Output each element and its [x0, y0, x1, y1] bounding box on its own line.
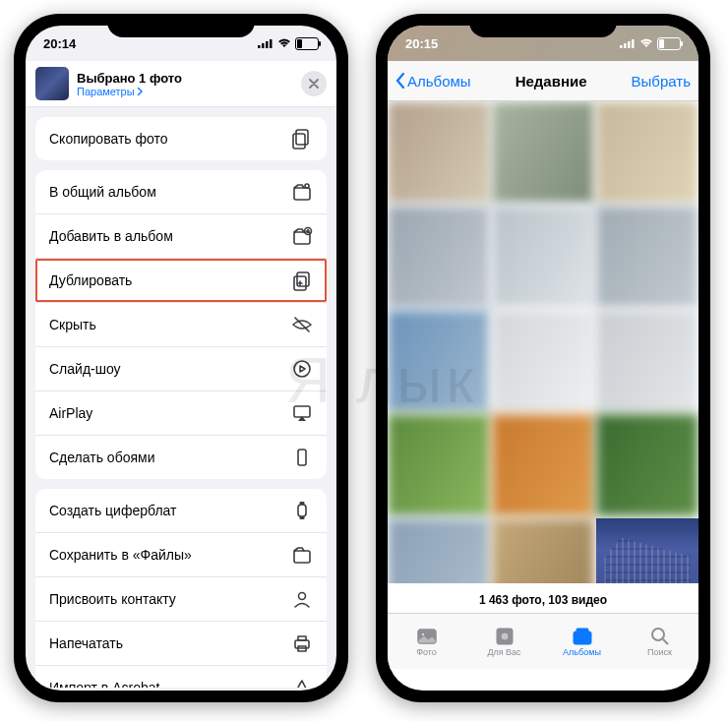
back-button[interactable]: Альбомы	[395, 73, 471, 90]
photo-thumbnail[interactable]	[388, 101, 490, 204]
action-copy-photo[interactable]: Скопировать фото	[35, 117, 327, 160]
action-files[interactable]: Сохранить в «Файлы»	[35, 533, 327, 577]
options-button[interactable]: Параметры	[77, 86, 182, 97]
tab-label: Для Вас	[487, 647, 520, 657]
photo-thumbnail[interactable]	[492, 101, 594, 204]
svg-rect-17	[300, 516, 305, 519]
photo-thumbnail[interactable]	[596, 206, 698, 308]
action-label: Слайд-шоу	[49, 361, 121, 377]
action-wallpaper[interactable]: Сделать обоями	[35, 436, 327, 479]
tab-foryou[interactable]: Для Вас	[465, 614, 543, 669]
action-print[interactable]: Напечатать	[35, 622, 327, 666]
photo-thumbnail[interactable]	[388, 206, 490, 308]
action-label: Напечатать	[49, 635, 123, 651]
shared-album-icon	[291, 181, 313, 203]
svg-point-32	[501, 632, 509, 640]
clock: 20:14	[43, 36, 76, 51]
tab-search[interactable]: Поиск	[621, 614, 698, 669]
page-title: Недавние	[516, 73, 587, 90]
action-label: Сохранить в «Файлы»	[49, 547, 192, 563]
photo-thumbnail[interactable]	[388, 414, 490, 516]
share-header: Выбрано 1 фото Параметры	[26, 61, 336, 107]
slideshow-icon	[291, 358, 313, 380]
action-add-album[interactable]: Добавить в альбом	[35, 214, 327, 259]
svg-rect-6	[294, 188, 310, 200]
share-sheet-screen: 20:14 Выбрано 1 фото Параметры	[26, 26, 336, 691]
action-group: Создать циферблатСохранить в «Файлы»Прис…	[35, 489, 327, 688]
action-slideshow[interactable]: Слайд-шоу	[35, 347, 327, 391]
svg-point-19	[299, 593, 306, 600]
notch	[107, 14, 255, 37]
iphone-frame-left: 20:14 Выбрано 1 фото Параметры	[14, 14, 348, 702]
svg-rect-1	[262, 43, 265, 48]
action-hide[interactable]: Скрыть	[35, 303, 327, 347]
svg-rect-21	[298, 636, 306, 640]
photo-thumbnail-duplicate[interactable]	[596, 518, 698, 583]
tab-label: Фото	[416, 647, 437, 657]
svg-rect-18	[294, 551, 310, 563]
wifi-icon	[277, 38, 291, 48]
photo-thumbnail[interactable]	[596, 414, 698, 516]
svg-rect-3	[270, 39, 273, 48]
action-label: Скопировать фото	[49, 131, 168, 147]
photo-thumbnail[interactable]	[492, 518, 594, 583]
wallpaper-icon	[291, 447, 313, 468]
action-label: Дублировать	[49, 272, 132, 288]
photo-thumbnail[interactable]	[388, 310, 490, 412]
airplay-icon	[291, 402, 313, 424]
photo-thumbnail[interactable]	[492, 206, 594, 308]
svg-rect-34	[576, 629, 588, 631]
photo-thumbnail[interactable]	[492, 310, 594, 412]
action-shared-album[interactable]: В общий альбом	[35, 170, 327, 214]
duplicate-icon	[291, 270, 313, 291]
close-icon	[309, 79, 319, 89]
selected-thumbnail	[35, 67, 69, 100]
svg-rect-14	[298, 450, 306, 465]
action-contact[interactable]: Присвоить контакту	[35, 577, 327, 622]
tab-photos[interactable]: Фото	[388, 614, 465, 669]
action-label: В общий альбом	[49, 184, 156, 200]
photo-thumbnail[interactable]	[388, 518, 490, 583]
photo-grid[interactable]	[388, 101, 698, 583]
signal-icon	[258, 38, 273, 48]
action-label: Добавить в альбом	[49, 228, 173, 244]
action-label: Сделать обоями	[49, 450, 154, 465]
photo-thumbnail[interactable]	[596, 310, 698, 412]
action-group: Скопировать фото	[35, 117, 327, 160]
svg-rect-25	[624, 43, 627, 48]
chevron-left-icon	[395, 73, 405, 89]
action-duplicate[interactable]: Дублировать	[35, 259, 327, 303]
actions-list[interactable]: Скопировать фотоВ общий альбомДобавить в…	[26, 107, 336, 688]
action-watchface[interactable]: Создать циферблат	[35, 489, 327, 533]
acrobat-icon	[291, 677, 313, 688]
selection-title: Выбрано 1 фото	[77, 71, 182, 86]
tab-albums[interactable]: Альбомы	[543, 614, 621, 669]
print-icon	[291, 632, 313, 654]
svg-point-12	[294, 361, 310, 377]
photo-thumbnail[interactable]	[596, 101, 698, 204]
files-icon	[291, 544, 313, 566]
svg-rect-10	[297, 272, 309, 286]
svg-rect-16	[300, 502, 305, 505]
svg-rect-33	[574, 631, 591, 644]
action-label: AirPlay	[49, 405, 92, 421]
chevron-right-icon	[137, 88, 143, 95]
svg-rect-0	[258, 45, 261, 48]
photo-thumbnail[interactable]	[492, 414, 594, 516]
svg-point-35	[652, 629, 664, 640]
action-group: В общий альбомДобавить в альбомДублирова…	[35, 170, 327, 479]
action-label: Скрыть	[49, 317, 96, 332]
contact-icon	[291, 588, 313, 610]
svg-rect-27	[632, 39, 635, 48]
wifi-icon	[639, 38, 653, 48]
select-button[interactable]: Выбрать	[632, 73, 691, 90]
tab-bar: ФотоДля ВасАльбомыПоиск	[388, 613, 698, 669]
navigation-bar: Альбомы Недавние Выбрать	[388, 61, 698, 101]
action-acrobat[interactable]: Импорт в Acrobat	[35, 666, 327, 688]
svg-rect-5	[293, 134, 305, 149]
battery-icon	[657, 37, 681, 50]
action-airplay[interactable]: AirPlay	[35, 391, 327, 436]
svg-rect-13	[294, 406, 310, 417]
action-label: Импорт в Acrobat	[49, 680, 159, 688]
close-button[interactable]	[301, 71, 327, 96]
